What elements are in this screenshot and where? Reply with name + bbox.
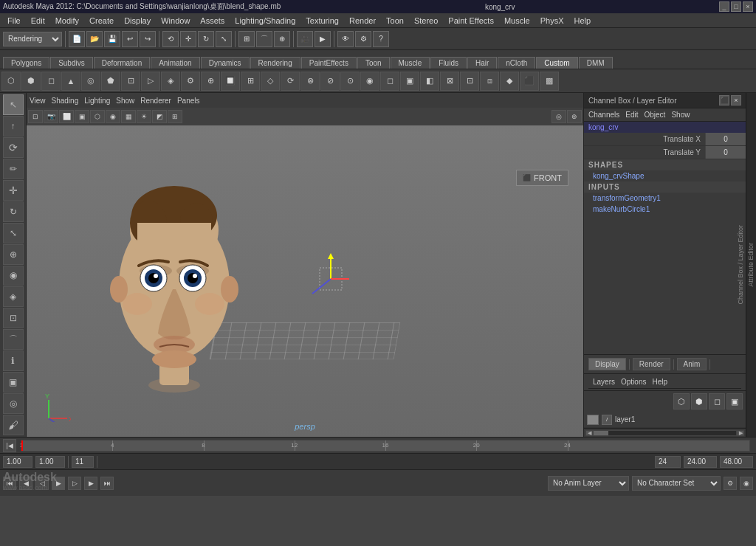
vp-isolate[interactable]: ◎ bbox=[551, 110, 566, 123]
tab-deformation[interactable]: Deformation bbox=[94, 57, 150, 69]
timeline-track[interactable]: 1 4 8 12 16 20 24 bbox=[21, 440, 750, 452]
shelf-icon-28[interactable]: ▩ bbox=[540, 72, 559, 91]
menu-window[interactable]: Window bbox=[157, 15, 194, 26]
universal-manip-button[interactable]: ⊕ bbox=[3, 244, 24, 265]
settings-button[interactable]: ⚙ bbox=[355, 31, 371, 47]
status-time-current-2[interactable] bbox=[684, 456, 717, 468]
menu-help[interactable]: Help bbox=[570, 15, 596, 26]
vp-camera-attrs[interactable]: 📷 bbox=[44, 110, 58, 123]
render-region-button[interactable]: ▣ bbox=[3, 372, 24, 393]
shelf-icon-26[interactable]: ◆ bbox=[500, 72, 519, 91]
vp-smooth-shade[interactable]: ◉ bbox=[106, 110, 120, 123]
shelf-icon-10[interactable]: ⚙ bbox=[181, 72, 200, 91]
inputs-item-2[interactable]: makeNurbCircle1 bbox=[584, 204, 746, 215]
timeline[interactable]: |◀ 1 4 8 12 16 20 24 bbox=[0, 437, 756, 453]
transform-button[interactable]: ⟲ bbox=[162, 31, 179, 47]
shelf-icon-1[interactable]: ⬡ bbox=[1, 72, 21, 91]
snap-curve-button[interactable]: ⌒ bbox=[256, 31, 272, 47]
inputs-item-1[interactable]: transformGeometry1 bbox=[584, 193, 746, 204]
shelf-icon-13[interactable]: ⊞ bbox=[241, 72, 260, 91]
menu-edit[interactable]: Edit bbox=[27, 15, 49, 26]
tab-hair[interactable]: Hair bbox=[467, 57, 497, 69]
menu-physx[interactable]: PhysX bbox=[536, 15, 568, 26]
vp-select-camera[interactable]: ⊡ bbox=[28, 110, 43, 123]
shelf-icon-27[interactable]: ⬛ bbox=[520, 72, 539, 91]
status-frame-current[interactable] bbox=[72, 456, 94, 468]
playback-prev-frame-button[interactable]: ◁ bbox=[35, 477, 49, 490]
shelf-icon-17[interactable]: ⊘ bbox=[320, 72, 340, 91]
tab-fluids[interactable]: Fluids bbox=[430, 57, 467, 69]
viewport-3d[interactable]: View Shading Lighting Show Renderer Pane… bbox=[27, 93, 583, 437]
status-time-start[interactable] bbox=[3, 456, 32, 468]
channel-box-close-button[interactable]: × bbox=[731, 95, 741, 106]
channel-menu-channels[interactable]: Channels bbox=[588, 111, 619, 119]
mode-select[interactable]: Rendering Animation Dynamics Polygons bbox=[3, 32, 62, 46]
shelf-icon-22[interactable]: ◧ bbox=[420, 72, 439, 91]
snap-to-point-button[interactable]: ⊡ bbox=[3, 308, 24, 328]
tab-muscle[interactable]: Muscle bbox=[391, 57, 430, 69]
menu-stereo[interactable]: Stereo bbox=[410, 15, 442, 26]
layer-icon-4[interactable]: ▣ bbox=[726, 393, 743, 410]
vp-shadow[interactable]: ◩ bbox=[152, 110, 167, 123]
soft-mod-button[interactable]: ◉ bbox=[3, 266, 24, 286]
shelf-icon-12[interactable]: 🔲 bbox=[221, 72, 240, 91]
rotate-button[interactable]: ↻ bbox=[198, 31, 214, 47]
viewport-menu-view[interactable]: View bbox=[30, 97, 46, 105]
menu-create[interactable]: Create bbox=[85, 15, 118, 26]
menu-muscle[interactable]: Muscle bbox=[500, 15, 535, 26]
minimize-button[interactable]: _ bbox=[719, 1, 729, 12]
save-file-button[interactable]: 💾 bbox=[104, 31, 120, 47]
viewport-menu-lighting[interactable]: Lighting bbox=[84, 97, 110, 105]
ipr-button[interactable]: ▶ bbox=[315, 31, 331, 47]
undo-button[interactable]: ↩ bbox=[122, 31, 138, 47]
playback-end-button[interactable]: ⏭ bbox=[100, 477, 114, 490]
viewport-menu-shading[interactable]: Shading bbox=[52, 97, 79, 105]
viewport-menu-renderer[interactable]: Renderer bbox=[140, 97, 171, 105]
new-scene-button[interactable]: 📄 bbox=[69, 31, 85, 47]
move-tool-button[interactable]: ✛ bbox=[3, 180, 24, 201]
menu-lighting-shading[interactable]: Lighting/Shading bbox=[230, 15, 300, 26]
shelf-icon-3[interactable]: ◻ bbox=[41, 72, 61, 91]
tab-dynamics[interactable]: Dynamics bbox=[201, 57, 250, 69]
show-hide-manip-button[interactable]: ◈ bbox=[3, 286, 24, 307]
tab-animation[interactable]: Animation bbox=[151, 57, 199, 69]
shelf-icon-20[interactable]: ◻ bbox=[380, 72, 399, 91]
shelf-icon-23[interactable]: ⊠ bbox=[440, 72, 459, 91]
shelf-icon-21[interactable]: ▣ bbox=[400, 72, 419, 91]
info-button[interactable]: ℹ bbox=[3, 350, 24, 371]
silhouette-button[interactable]: ◎ bbox=[3, 393, 24, 414]
menu-display[interactable]: Display bbox=[120, 15, 155, 26]
channel-menu-show[interactable]: Show bbox=[671, 111, 690, 119]
playback-next-key-button[interactable]: ▶ bbox=[84, 477, 97, 490]
select-tool-button[interactable]: ↖ bbox=[3, 94, 24, 115]
character-extra-button[interactable]: ◉ bbox=[740, 477, 753, 490]
snap-point-button[interactable]: ⊕ bbox=[274, 31, 290, 47]
playback-start-button[interactable]: ⏮ bbox=[3, 477, 16, 490]
vp-wireframe[interactable]: ⬡ bbox=[90, 110, 105, 123]
layer-menu-options[interactable]: Options bbox=[621, 378, 646, 386]
scrollbar-right-btn[interactable]: ▶ bbox=[737, 430, 744, 436]
layer-vis-1[interactable] bbox=[587, 415, 599, 425]
shelf-icon-6[interactable]: ⬟ bbox=[101, 72, 120, 91]
menu-file[interactable]: File bbox=[3, 15, 25, 26]
paint-button[interactable]: 🖌 bbox=[3, 415, 24, 435]
shapes-item-1[interactable]: kong_crvShape bbox=[584, 170, 746, 182]
shelf-icon-11[interactable]: ⊕ bbox=[201, 72, 220, 91]
character-set-select[interactable]: No Character Set bbox=[632, 476, 721, 491]
viewport-menu-panels[interactable]: Panels bbox=[177, 97, 200, 105]
tab-rendering[interactable]: Rendering bbox=[250, 57, 300, 69]
channel-value-tx[interactable] bbox=[705, 133, 746, 145]
playback-next-frame-button[interactable]: ▷ bbox=[68, 477, 81, 490]
menu-assets[interactable]: Assets bbox=[196, 15, 229, 26]
channel-box-float-button[interactable]: ⬛ bbox=[719, 95, 729, 106]
sidetab-channel-box[interactable]: Channel Box / Layer Editor bbox=[735, 219, 746, 311]
snap-to-curve-button[interactable]: ⌒ bbox=[3, 329, 24, 350]
scale-tool-button[interactable]: ⤡ bbox=[3, 223, 24, 243]
tab-subdivs[interactable]: Subdivs bbox=[50, 57, 93, 69]
show-hide-button[interactable]: 👁 bbox=[337, 31, 354, 47]
snap-grid-button[interactable]: ⊞ bbox=[238, 31, 255, 47]
scrollbar-left-btn[interactable]: ◀ bbox=[585, 430, 593, 436]
scrollbar-track[interactable] bbox=[593, 430, 737, 436]
cb-tab-anim[interactable]: Anim bbox=[677, 358, 707, 370]
layer-icon-1[interactable]: ⬡ bbox=[673, 393, 690, 410]
